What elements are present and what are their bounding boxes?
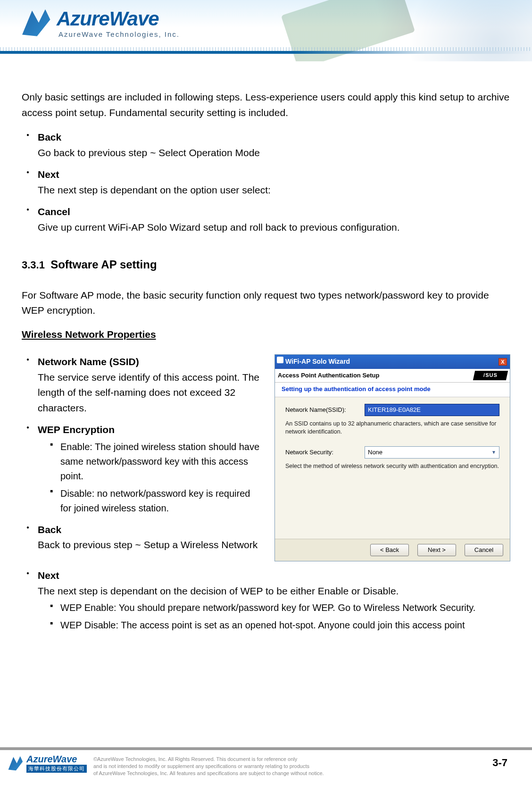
footer-logo-icon [7,755,24,771]
brand-badge: /SUS [473,371,508,380]
close-icon[interactable]: X [499,358,507,366]
nav-item-cancel: Cancel Give up current WiFi-AP Solo Wiza… [22,204,510,235]
next-wep-enable: WEP Enable: You should prepare network/p… [47,601,510,615]
nav-item-next: Next The next step is dependant on the o… [22,167,510,198]
security-label: Network Security: [285,448,356,457]
subheading: Wireless Network Properties [22,327,510,342]
dialog-heading1: Access Point Authentication Setup [278,371,380,380]
footer-brand-cn: 海華科技股份有限公司 [26,765,87,773]
nav-desc: Go back to previous step ~ Select Operat… [38,145,510,161]
footer-logo: AzureWave 海華科技股份有限公司 [7,754,87,773]
section-number: 3.3.1 [22,259,45,271]
copy-line: and is not intended to modify or supplem… [93,763,324,770]
wizard-dialog: WiFi-AP Solo Wizard X Access Point Authe… [274,354,510,561]
company-sub: AzureWave Technologies, Inc. [57,30,180,38]
back-button[interactable]: < Back [370,544,409,556]
ssid-label: Network Name(SSID): [285,405,356,415]
prop-back: Back Back to previous step ~ Setup a Wir… [22,522,260,553]
page-number: 3-7 [492,757,507,769]
security-help: Select the method of wireless network se… [285,462,499,470]
properties-list-cont: Next The next step is dependant on the d… [22,568,510,633]
nav-item-back: Back Go back to previous step ~ Select O… [22,130,510,160]
company-name: AzureWave [57,8,180,30]
section-heading: 3.3.1 Software AP setting [22,256,157,273]
copy-line: ©AzureWave Technologies, Inc. All Rights… [93,756,324,763]
dialog-heading-row: Access Point Authentication Setup /SUS [275,369,510,383]
prop-label: WEP Encryption [38,424,115,435]
footer-copyright: ©AzureWave Technologies, Inc. All Rights… [93,754,324,777]
security-select[interactable]: None ▼ [365,446,499,459]
next-sublist: WEP Enable: You should prepare network/p… [38,601,510,633]
nav-list: Back Go back to previous step ~ Select O… [22,130,510,235]
cancel-button[interactable]: Cancel [465,544,503,556]
copy-line: of AzureWave Technologies, Inc. All feat… [93,770,324,777]
nav-label: Back [38,132,61,142]
nav-label: Next [38,169,59,180]
security-value: None [368,448,382,457]
nav-desc: Give up current WiFi-AP Solo Wizard setu… [38,220,510,235]
section-title: Software AP setting [50,258,157,271]
prop-ssid: Network Name (SSID) The service serve id… [22,354,260,416]
wep-enable: Enable: The joined wireless station shou… [47,440,260,484]
nav-desc: The next step is dependant on the option… [38,183,510,198]
dialog-button-row: < Back Next > Cancel [275,539,510,561]
properties-list: Network Name (SSID) The service serve id… [22,354,260,553]
next-button[interactable]: Next > [417,544,456,556]
nav-label: Cancel [38,206,70,217]
prop-label: Back [38,524,61,535]
intro-paragraph: Only basic settings are included in foll… [22,90,510,120]
section-intro: For Software AP mode, the basic security… [22,288,510,318]
prop-label: Network Name (SSID) [38,356,139,367]
footer-brand: AzureWave [26,754,87,765]
dialog-heading2: Setting up the authentication of access … [275,383,510,397]
prop-label: Next [38,570,59,581]
prop-wep: WEP Encryption Enable: The joined wirele… [22,422,260,516]
dialog-body: Network Name(SSID): KITER189-E0A82E An S… [275,397,510,539]
banner-rule [0,51,532,54]
ssid-input[interactable]: KITER189-E0A82E [365,404,499,416]
chevron-down-icon: ▼ [491,449,496,456]
prop-next: Next The next step is dependant on the d… [22,568,510,633]
logo-icon [19,8,52,38]
page-footer: AzureWave 海華科技股份有限公司 ©AzureWave Technolo… [0,747,532,785]
prop-desc: The next step is dependant on the decisi… [38,584,510,599]
wep-disable: Disable: no network/password key is requ… [47,486,260,516]
wep-sublist: Enable: The joined wireless station shou… [38,440,260,516]
dialog-title-text: WiFi-AP Solo Wizard [285,357,350,367]
prop-desc: Back to previous step ~ Setup a Wireless… [38,537,260,553]
header-banner: AzureWave AzureWave Technologies, Inc. [0,0,532,61]
page-content: Only basic settings are included in foll… [0,61,532,633]
next-wep-disable: WEP Disable: The access point is set as … [47,618,510,633]
ssid-help: An SSID contains up to 32 alphanumeric c… [285,420,499,436]
company-logo: AzureWave AzureWave Technologies, Inc. [19,8,180,38]
prop-desc: The service serve identify of this acces… [38,370,260,416]
window-icon [277,357,283,363]
dialog-titlebar: WiFi-AP Solo Wizard X [275,355,510,369]
